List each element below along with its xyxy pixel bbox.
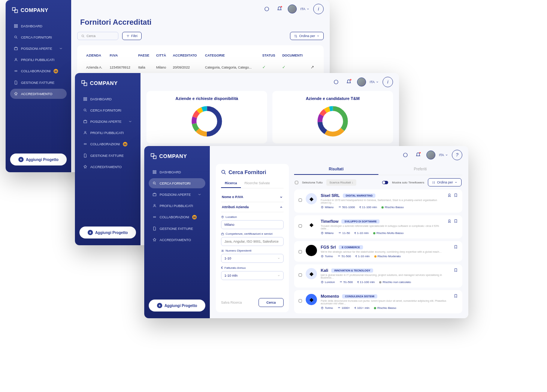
result-card[interactable]: ◆TimeflowSVILUPPO DI SOFTWARETrovare dev… [294, 215, 462, 238]
tab-ricerche-salvate[interactable]: Ricerche Salvate [241, 179, 274, 188]
info-button[interactable]: ? [452, 150, 462, 160]
sidebar-item-collaborazioni[interactable]: COLLABORAZIONI00 [10, 66, 67, 76]
result-checkbox[interactable] [299, 250, 302, 253]
category-tag: E COMMERCE [339, 245, 363, 249]
bookmark-icon[interactable] [454, 245, 458, 249]
sidebar-item-gestione-fatture[interactable]: GESTIONE FATTURE [149, 224, 205, 234]
timeflow-toggle[interactable] [382, 181, 388, 184]
chat-icon[interactable] [401, 151, 410, 159]
sidebar-item-collaborazioni[interactable]: COLLABORAZIONI00 [149, 212, 205, 222]
sidebar-item-dashboard[interactable]: DASHBOARD [79, 94, 136, 104]
svg-point-65 [338, 255, 339, 256]
info-button[interactable]: i [313, 4, 324, 14]
sidebar-item-posizioni-aperte[interactable]: POSIZIONI APERTE [149, 189, 205, 200]
result-card[interactable]: ◆MomentoCONSULENZA SISTEMIParte della de… [294, 290, 462, 313]
competenze-input[interactable] [221, 237, 284, 246]
bell-icon[interactable] [275, 4, 284, 13]
sidebar-item-accreditamento[interactable]: ACCREDITAMENTO [10, 89, 67, 99]
svg-rect-4 [14, 26, 15, 27]
tab-preferiti[interactable]: Preferiti [378, 164, 463, 175]
download-button[interactable]: Scarica Risultati ↓ [326, 179, 356, 186]
meta-risk: Rischio Molto Basso [373, 231, 404, 235]
award-icon[interactable] [447, 219, 451, 223]
search-button[interactable]: Cerca [259, 298, 284, 307]
company-logo: ◆ [306, 219, 317, 230]
meta-revenue: € 11-100 mln [357, 280, 375, 284]
bell-icon[interactable] [414, 151, 423, 159]
sidebar-item-cerca-fornitori[interactable]: CERCA FORNITORI [149, 178, 205, 188]
sidebar-item-dashboard[interactable]: DASHBOARD [149, 167, 205, 177]
sidebar-item-dashboard[interactable]: DASHBOARD [10, 21, 67, 31]
sidebar-item-collaborazioni[interactable]: COLLABORAZIONI00 [79, 139, 136, 149]
result-card[interactable]: ◆FGS SrlE COMMERCEWe're the strategic ad… [294, 241, 462, 262]
dipendenti-select[interactable]: 1-10 [221, 254, 284, 263]
result-checkbox[interactable] [299, 273, 302, 277]
add-project-button[interactable]: +Aggiungi Progetto [10, 154, 67, 165]
brand-logo: COMPANY [10, 7, 67, 13]
sidebar: COMPANY DASHBOARDCERCA FORNITORIPOSIZION… [75, 73, 140, 245]
sidebar-item-cerca-fornitori[interactable]: CERCA FORNITORI [79, 105, 136, 115]
location-input[interactable] [221, 220, 284, 229]
sidebar-item-profili-pubblicati[interactable]: PROFILI PUBBLICATI [79, 128, 136, 138]
avatar[interactable] [288, 4, 297, 13]
sidebar-item-gestione-fatture[interactable]: GESTIONE FATTURE [79, 151, 136, 161]
order-button[interactable]: Ordina per [290, 32, 324, 40]
result-card[interactable]: ◆Sisel SRLDIGITAL MARKETINGFounded in 19… [294, 189, 462, 213]
arrow-icon[interactable]: ↗ [311, 65, 314, 69]
language-switch[interactable]: ITA [370, 80, 379, 84]
result-card[interactable]: ◆KaliINNOVATION & TECNOLOGYkali is globa… [294, 264, 462, 288]
bookmark-icon[interactable] [454, 193, 458, 197]
language-switch[interactable]: ITA [300, 7, 309, 11]
sidebar-item-gestione-fatture[interactable]: GESTIONE FATTURE [10, 78, 67, 88]
table-header: STATUS [260, 51, 279, 60]
result-checkbox[interactable] [299, 299, 302, 303]
bookmark-icon[interactable] [454, 219, 458, 223]
svg-point-10 [16, 70, 17, 72]
result-checkbox[interactable] [299, 224, 302, 228]
company-logo: ◆ [306, 268, 317, 279]
sidebar-item-accreditamento[interactable]: ACCREDITAMENTO [79, 162, 136, 172]
select-all-checkbox[interactable] [295, 181, 298, 184]
result-checkbox[interactable] [299, 198, 302, 202]
sidebar-item-profili-pubblicati[interactable]: PROFILI PUBBLICATI [149, 201, 205, 211]
add-project-button[interactable]: +Aggiungi Progetto [149, 300, 205, 312]
section-nome[interactable]: Nome o P.IVA [221, 192, 284, 202]
svg-point-63 [448, 219, 450, 221]
tab-risultati[interactable]: Risultati [294, 164, 378, 175]
sidebar-item-posizioni-aperte[interactable]: POSIZIONI APERTE [10, 43, 67, 54]
sidebar-item-profili-pubblicati[interactable]: PROFILI PUBBLICATI [10, 55, 67, 65]
language-switch[interactable]: ITA [439, 153, 448, 157]
search-input[interactable]: Cerca [77, 32, 118, 40]
chat-icon[interactable] [332, 78, 341, 86]
order-button[interactable]: Ordina per [428, 178, 462, 186]
sidebar-item-accreditamento[interactable]: ACCREDITAMENTO [149, 235, 205, 245]
tab-ricerca[interactable]: Ricerca [221, 179, 241, 188]
sidebar: COMPANY DASHBOARDCERCA FORNITORIPOSIZION… [6, 0, 71, 172]
bookmark-icon[interactable] [454, 268, 458, 272]
brand-logo: COMPANY [149, 153, 205, 159]
table-row[interactable]: Azienda A. 12345678912 Italia Milano 20/… [84, 61, 317, 73]
svg-rect-44 [155, 172, 156, 173]
award-icon[interactable] [447, 193, 451, 197]
svg-point-56 [322, 207, 323, 207]
info-button[interactable]: i [383, 77, 393, 87]
label-competenze: Competenze, certificazioni e servizi [221, 232, 284, 235]
bookmark-icon[interactable] [454, 294, 458, 298]
save-search-link[interactable]: Salva Ricerca [221, 301, 242, 304]
add-project-button[interactable]: +Aggiungi Progetto [79, 227, 136, 238]
table-header: ACCREDITATO [170, 51, 202, 60]
meta-location: Milano [321, 206, 334, 209]
company-logo: ◆ [306, 294, 317, 305]
sidebar-item-posizioni-aperte[interactable]: POSIZIONI APERTE [79, 116, 136, 127]
fatturato-select[interactable]: 1-10 mln [221, 271, 284, 280]
table-header: CATEGORIE [203, 51, 259, 60]
collab-badge: 00 [54, 69, 58, 73]
chat-icon[interactable] [262, 4, 271, 13]
sidebar-item-cerca-fornitori[interactable]: CERCA FORNITORI [10, 32, 67, 42]
avatar[interactable] [357, 78, 366, 86]
filter-button[interactable]: Filtri [122, 32, 142, 40]
section-attributi[interactable]: Attributi Azienda [221, 202, 284, 212]
avatar[interactable] [426, 151, 435, 159]
bell-icon[interactable] [344, 78, 353, 86]
company-name: Sisel SRL [321, 193, 340, 198]
